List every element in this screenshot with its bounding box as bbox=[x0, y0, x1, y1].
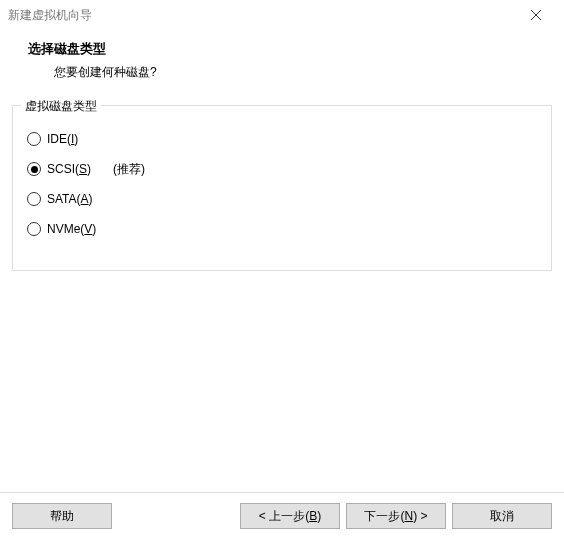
disk-type-group: 虚拟磁盘类型 IDE(I) SCSI(S) (推荐) SATA(A) NVMe(… bbox=[12, 105, 552, 271]
close-icon bbox=[531, 10, 541, 20]
radio-icon bbox=[27, 222, 41, 236]
radio-icon bbox=[27, 192, 41, 206]
page-title: 选择磁盘类型 bbox=[28, 40, 544, 58]
wizard-window: 新建虚拟机向导 选择磁盘类型 您要创建何种磁盘? 虚拟磁盘类型 IDE(I) S… bbox=[0, 0, 564, 539]
help-button[interactable]: 帮助 bbox=[12, 503, 112, 529]
help-button-label: 帮助 bbox=[50, 508, 74, 525]
wizard-footer: 帮助 < 上一步(B) 下一步(N) > 取消 bbox=[0, 492, 564, 539]
radio-label-nvme: NVMe(V) bbox=[47, 222, 96, 236]
titlebar: 新建虚拟机向导 bbox=[0, 0, 564, 30]
page-subtitle: 您要创建何种磁盘? bbox=[28, 64, 544, 81]
radio-label-sata: SATA(A) bbox=[47, 192, 93, 206]
radio-label-scsi: SCSI(S) bbox=[47, 162, 91, 176]
close-button[interactable] bbox=[516, 1, 556, 29]
wizard-content: 虚拟磁盘类型 IDE(I) SCSI(S) (推荐) SATA(A) NVMe(… bbox=[0, 97, 564, 492]
radio-nvme[interactable]: NVMe(V) bbox=[27, 214, 537, 244]
radio-icon bbox=[27, 132, 41, 146]
recommended-label: (推荐) bbox=[113, 161, 145, 178]
radio-label-ide: IDE(I) bbox=[47, 132, 78, 146]
radio-scsi[interactable]: SCSI(S) (推荐) bbox=[27, 154, 537, 184]
back-button-label: < 上一步(B) bbox=[259, 508, 321, 525]
next-button[interactable]: 下一步(N) > bbox=[346, 503, 446, 529]
radio-ide[interactable]: IDE(I) bbox=[27, 124, 537, 154]
window-title: 新建虚拟机向导 bbox=[8, 7, 516, 24]
radio-sata[interactable]: SATA(A) bbox=[27, 184, 537, 214]
wizard-header: 选择磁盘类型 您要创建何种磁盘? bbox=[0, 30, 564, 97]
cancel-button[interactable]: 取消 bbox=[452, 503, 552, 529]
next-button-label: 下一步(N) > bbox=[364, 508, 427, 525]
radio-icon bbox=[27, 162, 41, 176]
back-button[interactable]: < 上一步(B) bbox=[240, 503, 340, 529]
group-legend: 虚拟磁盘类型 bbox=[21, 98, 101, 115]
cancel-button-label: 取消 bbox=[490, 508, 514, 525]
